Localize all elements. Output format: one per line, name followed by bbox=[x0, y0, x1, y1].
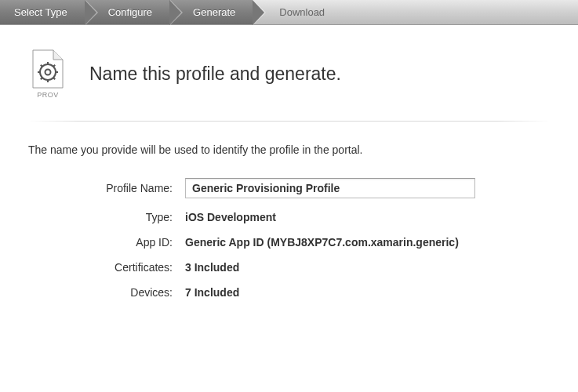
label-certificates: Certificates: bbox=[28, 261, 185, 274]
breadcrumb-label: Configure bbox=[108, 6, 152, 18]
row-profile-name: Profile Name: bbox=[28, 178, 550, 198]
profile-name-input[interactable] bbox=[185, 178, 475, 198]
header: PROV Name this profile and generate. bbox=[28, 49, 550, 121]
row-certificates: Certificates: 3 Included bbox=[28, 261, 550, 274]
breadcrumb-label: Select Type bbox=[14, 6, 67, 18]
svg-point-1 bbox=[45, 70, 51, 75]
value-type: iOS Development bbox=[185, 211, 276, 223]
provisioning-profile-icon: PROV bbox=[28, 49, 67, 99]
divider bbox=[28, 121, 550, 122]
label-profile-name: Profile Name: bbox=[28, 182, 185, 194]
breadcrumb-step-download: Download bbox=[253, 0, 342, 24]
breadcrumb: Select Type Configure Generate Download bbox=[0, 0, 578, 25]
page-title: Name this profile and generate. bbox=[89, 64, 341, 85]
row-devices: Devices: 7 Included bbox=[28, 286, 550, 299]
label-app-id: App ID: bbox=[28, 236, 185, 249]
label-devices: Devices: bbox=[28, 286, 185, 299]
breadcrumb-label: Generate bbox=[193, 6, 235, 18]
provisioning-icon-caption: PROV bbox=[28, 91, 67, 99]
main-content: PROV Name this profile and generate. The… bbox=[0, 25, 578, 335]
value-certificates: 3 Included bbox=[185, 261, 239, 274]
row-app-id: App ID: Generic App ID (MYBJ8XP7C7.com.x… bbox=[28, 236, 550, 249]
breadcrumb-label: Download bbox=[279, 6, 325, 18]
value-devices: 7 Included bbox=[185, 286, 239, 299]
description-text: The name you provide will be used to ide… bbox=[28, 143, 550, 156]
row-type: Type: iOS Development bbox=[28, 211, 550, 223]
label-type: Type: bbox=[28, 211, 185, 223]
breadcrumb-step-select-type[interactable]: Select Type bbox=[0, 0, 85, 24]
value-app-id: Generic App ID (MYBJ8XP7C7.com.xamarin.g… bbox=[185, 236, 459, 249]
